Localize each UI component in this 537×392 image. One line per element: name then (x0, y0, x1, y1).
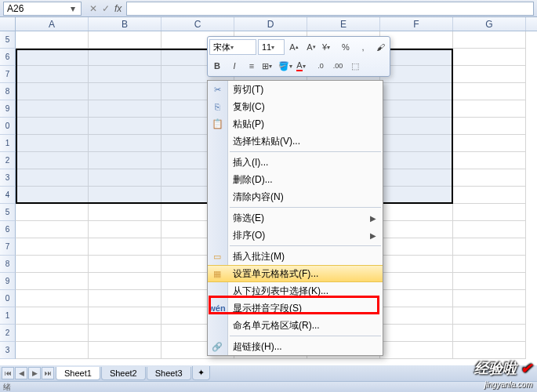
grow-font-button[interactable]: A▴ (286, 39, 302, 55)
menu-insert[interactable]: 插入(I)... (208, 154, 383, 171)
cell[interactable] (89, 325, 161, 342)
cell[interactable] (89, 273, 161, 290)
menu-copy[interactable]: 复制(C) (208, 98, 383, 115)
cell[interactable] (89, 342, 161, 359)
cell[interactable] (453, 118, 526, 135)
cell[interactable] (16, 49, 89, 66)
cell[interactable] (16, 238, 89, 256)
sheet-tab[interactable]: Sheet2 (101, 367, 146, 380)
cell[interactable] (380, 342, 453, 359)
cell[interactable] (16, 204, 89, 221)
row-header[interactable]: 2 (0, 152, 16, 169)
cell[interactable] (16, 187, 89, 204)
cell[interactable] (380, 135, 453, 152)
cell[interactable] (453, 307, 526, 325)
column-header[interactable]: A (16, 17, 89, 31)
row-header[interactable]: 6 (0, 49, 16, 66)
sheet-tab[interactable]: Sheet1 (56, 367, 100, 380)
menu-paste-special[interactable]: 选择性粘贴(V)... (208, 132, 383, 150)
cell[interactable] (89, 204, 161, 221)
menu-pick-from-list[interactable]: 从下拉列表中选择(K)... (208, 282, 383, 299)
cell[interactable] (380, 325, 453, 342)
cell[interactable] (380, 204, 453, 221)
cell[interactable] (16, 273, 89, 290)
cell[interactable] (16, 66, 89, 83)
select-all-corner[interactable] (0, 17, 16, 31)
menu-phonetic[interactable]: wén显示拼音字段(S) (208, 299, 383, 317)
cell[interactable] (380, 238, 453, 256)
menu-paste[interactable]: 粘贴(P) (208, 115, 383, 132)
tab-nav-prev-icon[interactable]: ◀ (15, 367, 27, 379)
accept-icon[interactable]: ✓ (102, 3, 110, 14)
row-header[interactable]: 3 (0, 169, 16, 187)
cell[interactable] (380, 221, 453, 238)
merge-cells-icon[interactable]: ⬚ (347, 58, 363, 74)
tab-nav-first-icon[interactable]: ⏮ (2, 367, 14, 379)
cell[interactable] (16, 342, 89, 359)
cell[interactable] (16, 135, 89, 152)
cell[interactable] (89, 290, 161, 307)
font-color-button[interactable]: A▾ (296, 58, 311, 74)
align-center-icon[interactable]: ≡ (244, 58, 259, 74)
cell[interactable] (89, 152, 161, 169)
row-header[interactable]: 8 (0, 83, 16, 100)
column-header[interactable]: D (234, 17, 307, 31)
currency-button[interactable]: ¥▾ (321, 39, 336, 55)
cell[interactable] (453, 325, 526, 342)
cell[interactable] (16, 83, 89, 100)
cell[interactable] (89, 83, 161, 100)
column-header[interactable]: E (307, 17, 380, 31)
row-header[interactable]: 4 (0, 187, 16, 204)
cell[interactable] (16, 290, 89, 307)
cell[interactable] (380, 118, 453, 135)
column-header[interactable]: C (161, 17, 234, 31)
cell[interactable] (16, 325, 89, 342)
cell[interactable] (380, 273, 453, 290)
row-header[interactable]: 2 (0, 325, 16, 342)
column-header[interactable]: B (89, 17, 161, 31)
menu-clear[interactable]: 清除内容(N) (208, 188, 383, 205)
cell[interactable] (89, 187, 161, 204)
column-header[interactable]: G (453, 17, 526, 31)
menu-sort[interactable]: 排序(O)▶ (208, 227, 383, 244)
sheet-tab[interactable]: Sheet3 (147, 367, 191, 380)
menu-filter[interactable]: 筛选(E)▶ (208, 209, 383, 227)
cell[interactable] (453, 49, 526, 66)
cell[interactable] (89, 169, 161, 187)
shrink-font-button[interactable]: A▾ (303, 39, 319, 55)
row-header[interactable]: 7 (0, 66, 16, 83)
decrease-decimal-button[interactable]: .0 (313, 58, 328, 74)
tab-nav-last-icon[interactable]: ⏭ (42, 367, 54, 379)
cell[interactable] (380, 256, 453, 273)
cell[interactable] (380, 83, 453, 100)
column-header[interactable]: F (380, 17, 453, 31)
cell[interactable] (16, 169, 89, 187)
row-header[interactable]: 8 (0, 256, 16, 273)
cell[interactable] (89, 135, 161, 152)
cell[interactable] (453, 66, 526, 83)
font-size-select[interactable]: 11▾ (258, 39, 285, 55)
cancel-icon[interactable]: ✕ (89, 3, 97, 14)
cell[interactable] (380, 49, 453, 66)
cell[interactable] (453, 256, 526, 273)
name-box-dropdown-icon[interactable]: ▾ (68, 3, 78, 14)
cell[interactable] (380, 169, 453, 187)
cell[interactable] (453, 290, 526, 307)
cell[interactable] (89, 307, 161, 325)
new-sheet-icon[interactable]: ✦ (192, 366, 210, 380)
cell[interactable] (89, 256, 161, 273)
cell[interactable] (453, 31, 526, 49)
cell[interactable] (16, 118, 89, 135)
menu-format-cells[interactable]: 设置单元格格式(F)... (208, 265, 383, 282)
row-header[interactable]: 0 (0, 118, 16, 135)
cell[interactable] (380, 187, 453, 204)
cell[interactable] (453, 187, 526, 204)
comma-button[interactable]: , (355, 39, 371, 55)
cell[interactable] (380, 152, 453, 169)
borders-icon[interactable]: ⊞▾ (261, 58, 277, 74)
row-header[interactable]: 3 (0, 342, 16, 359)
cell[interactable] (380, 66, 453, 83)
cell[interactable] (16, 307, 89, 325)
cell[interactable] (89, 238, 161, 256)
cell[interactable] (380, 290, 453, 307)
